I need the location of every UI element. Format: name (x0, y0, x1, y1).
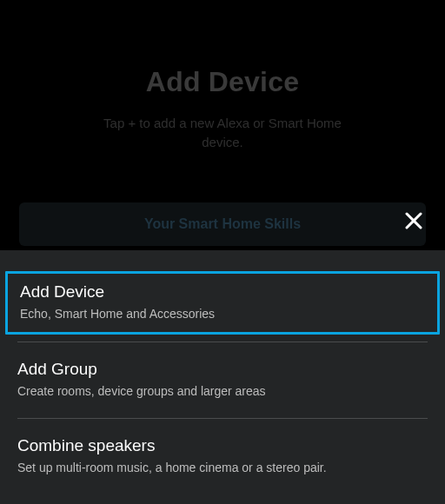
close-icon (403, 210, 424, 235)
divider (17, 418, 428, 419)
divider (17, 342, 428, 342)
page-title: Add Device (146, 66, 299, 98)
menu-item-subtitle: Echo, Smart Home and Accessories (20, 306, 425, 322)
smart-home-skills-button[interactable]: Your Smart Home Skills (19, 202, 426, 246)
close-button[interactable] (402, 210, 426, 235)
menu-item-add-device[interactable]: Add Device Echo, Smart Home and Accessor… (5, 271, 440, 335)
menu-item-combine-speakers[interactable]: Combine speakers Set up multi-room music… (0, 424, 445, 489)
menu-item-title: Add Device (20, 282, 425, 302)
menu-item-subtitle: Create rooms, device groups and larger a… (17, 383, 428, 399)
menu-item-title: Add Group (17, 360, 428, 379)
menu-item-title: Combine speakers (17, 436, 428, 455)
smart-home-skills-label: Your Smart Home Skills (144, 216, 301, 232)
menu-item-add-group[interactable]: Add Group Create rooms, device groups an… (0, 348, 445, 413)
menu-item-subtitle: Set up multi-room music, a home cinema o… (17, 460, 428, 475)
action-sheet: Add Device Echo, Smart Home and Accessor… (0, 250, 445, 504)
page-subtitle: Tap + to add a new Alexa or Smart Home d… (92, 114, 353, 152)
